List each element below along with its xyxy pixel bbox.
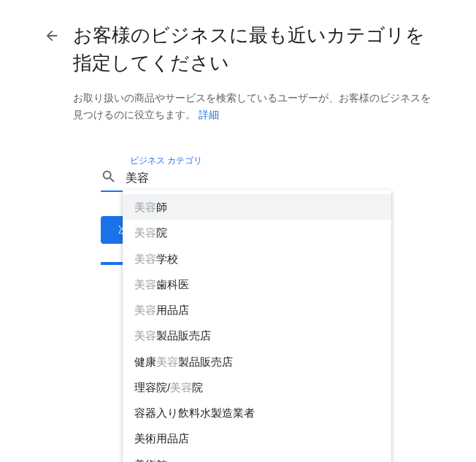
- subtitle-text: お取り扱いの商品やサービスを検索しているユーザーが、お客様のビジネスを見つけるの…: [73, 92, 431, 120]
- page-subtitle: お取り扱いの商品やサービスを検索しているユーザーが、お客様のビジネスを見つけるの…: [73, 90, 432, 123]
- suggestion-item[interactable]: 容器入り飲料水製造業者: [123, 400, 391, 426]
- suggestion-item[interactable]: 健康美容製品販売店: [123, 349, 391, 374]
- suggestion-item[interactable]: 美術館: [123, 452, 391, 462]
- suggestion-item[interactable]: 美容製品販売店: [123, 323, 391, 348]
- suggestion-item[interactable]: 美容師: [123, 194, 391, 220]
- details-link[interactable]: 詳細: [199, 109, 219, 120]
- suggestion-item[interactable]: 美容院: [123, 220, 391, 245]
- back-arrow-icon[interactable]: [44, 28, 60, 47]
- suggestion-item[interactable]: 理容院/美容院: [123, 374, 391, 400]
- suggestion-item[interactable]: 美容用品店: [123, 297, 391, 323]
- search-input-row[interactable]: [101, 169, 378, 192]
- suggestion-item[interactable]: 美容歯科医: [123, 272, 391, 297]
- search-field-label: ビジネス カテゴリ: [130, 155, 378, 167]
- search-input[interactable]: [126, 172, 378, 185]
- suggestions-dropdown: 美容師美容院美容学校美容歯科医美容用品店美容製品販売店健康美容製品販売店理容院/…: [123, 190, 391, 462]
- suggestion-item[interactable]: 美術用品店: [123, 426, 391, 451]
- search-icon: [101, 169, 117, 188]
- suggestion-item[interactable]: 美容学校: [123, 246, 391, 272]
- page-title: お客様のビジネスに最も近いカテゴリを指定してください: [73, 22, 432, 77]
